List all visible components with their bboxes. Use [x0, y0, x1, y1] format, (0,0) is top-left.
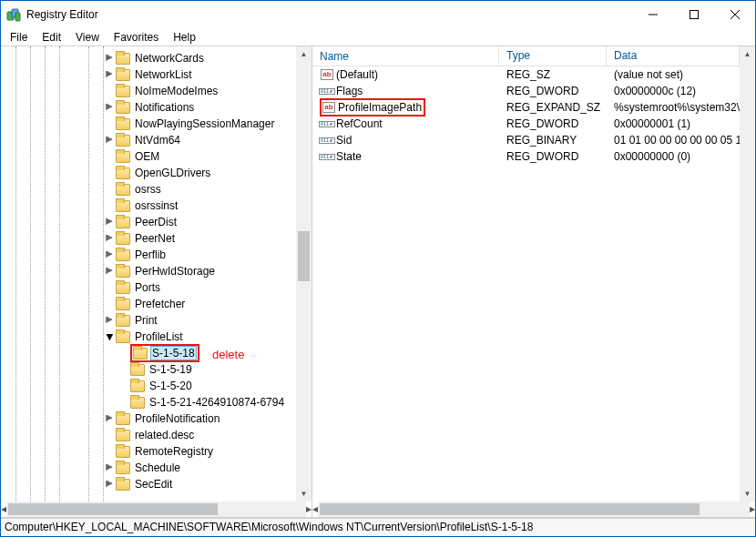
folder-icon: [116, 232, 130, 245]
tree-item[interactable]: ⯈Print: [1, 312, 296, 329]
tree-item[interactable]: S-1-5-19: [1, 361, 296, 378]
value-row[interactable]: FlagsREG_DWORD0x0000000c (12): [312, 83, 740, 99]
chevron-right-icon[interactable]: ⯈: [103, 463, 116, 472]
chevron-right-icon[interactable]: ⯈: [103, 136, 116, 145]
tree-item[interactable]: ⯈Notifications: [1, 99, 296, 116]
folder-icon: [116, 183, 130, 196]
chevron-right-icon[interactable]: ⯈: [103, 234, 116, 243]
list-scrollbar-horizontal[interactable]: ◀ ▶: [312, 502, 755, 517]
tree-item[interactable]: NowPlayingSessionManager: [1, 116, 296, 132]
scroll-down-icon[interactable]: ▼: [740, 486, 755, 502]
chevron-right-icon[interactable]: ⯈: [103, 250, 116, 259]
tree-item[interactable]: ⯈SecEdit: [1, 476, 296, 492]
titlebar[interactable]: Registry Editor: [1, 1, 755, 28]
value-type: REG_SZ: [499, 68, 607, 81]
chevron-right-icon[interactable]: ⯈: [103, 267, 116, 276]
folder-icon: [116, 167, 130, 179]
chevron-right-icon[interactable]: ⯈: [103, 218, 116, 227]
value-row[interactable]: SidREG_BINARY01 01 00 00 00 00 00 05 12 …: [312, 132, 740, 148]
tree-item[interactable]: ⯈NtVdm64: [1, 132, 296, 148]
folder-icon: [116, 134, 130, 147]
menu-edit[interactable]: Edit: [36, 29, 66, 46]
chevron-right-icon[interactable]: ⯈: [103, 480, 116, 489]
value-name: Flags: [336, 85, 363, 97]
tree-item[interactable]: ⯈Schedule: [1, 460, 296, 476]
tree-item[interactable]: NoImeModeImes: [1, 83, 296, 99]
registry-editor-window: Registry Editor File Edit View Favorites…: [0, 0, 756, 537]
chevron-right-icon[interactable]: ⯈: [103, 70, 116, 79]
registry-tree[interactable]: delete ⯈NetworkCards⯈NetworkListNoImeMod…: [1, 46, 296, 502]
folder-icon: [116, 412, 130, 425]
tree-item[interactable]: S-1-5-20: [1, 378, 296, 394]
content-area: delete ⯈NetworkCards⯈NetworkListNoImeMod…: [1, 46, 755, 518]
tree-item[interactable]: RemoteRegistry: [1, 443, 296, 460]
tree-item[interactable]: ⯈ProfileNotification: [1, 410, 296, 427]
folder-icon: [116, 85, 130, 97]
close-button[interactable]: [714, 1, 755, 28]
menu-file[interactable]: File: [5, 29, 33, 46]
scroll-up-icon[interactable]: ▲: [740, 46, 755, 62]
tree-item[interactable]: OEM: [1, 148, 296, 165]
tree-item-label: Schedule: [133, 461, 182, 474]
scroll-right-icon[interactable]: ▶: [306, 502, 312, 517]
tree-item-label: OpenGLDrivers: [133, 167, 212, 179]
chevron-right-icon[interactable]: ⯈: [103, 316, 116, 325]
chevron-down-icon[interactable]: ⯆: [103, 332, 116, 341]
list-scrollbar-vertical[interactable]: ▲ ▼: [740, 46, 755, 502]
scroll-right-icon[interactable]: ▶: [750, 502, 755, 517]
tree-item-label: osrssinst: [133, 199, 179, 212]
tree-item[interactable]: osrss: [1, 181, 296, 198]
tree-item-label: related.desc: [133, 429, 196, 441]
value-row[interactable]: (Default)REG_SZ(value not set): [312, 66, 740, 83]
maximize-button[interactable]: [673, 1, 714, 28]
tree-item[interactable]: related.desc: [1, 427, 296, 443]
tree-item[interactable]: Ports: [1, 279, 296, 296]
scroll-down-icon[interactable]: ▼: [296, 486, 312, 502]
chevron-right-icon[interactable]: ⯈: [103, 414, 116, 423]
folder-icon: [116, 248, 130, 261]
tree-item[interactable]: OpenGLDrivers: [1, 165, 296, 181]
tree-item-label: S-1-5-20: [148, 380, 194, 392]
value-row[interactable]: RefCountREG_DWORD0x00000001 (1): [312, 116, 740, 132]
value-data: (value not set): [607, 68, 740, 81]
binary-value-icon: [320, 149, 334, 164]
tree-item[interactable]: osrssinst: [1, 198, 296, 214]
scroll-up-icon[interactable]: ▲: [296, 46, 312, 62]
tree-scrollbar-vertical[interactable]: ▲ ▼: [296, 46, 312, 502]
tree-item-label: NowPlayingSessionManager: [133, 117, 276, 130]
tree-item[interactable]: ⯈NetworkList: [1, 66, 296, 83]
values-list[interactable]: (Default)REG_SZ(value not set)FlagsREG_D…: [312, 66, 740, 502]
tree-item[interactable]: ⯆ProfileList: [1, 329, 296, 345]
tree-item[interactable]: ⯈NetworkCards: [1, 50, 296, 66]
tree-item[interactable]: Prefetcher: [1, 296, 296, 312]
folder-icon: [116, 216, 130, 228]
tree-item-label: osrss: [133, 183, 163, 196]
chevron-right-icon[interactable]: ⯈: [103, 54, 116, 63]
tree-item[interactable]: ⯈Perflib: [1, 247, 296, 263]
menu-help[interactable]: Help: [168, 29, 201, 46]
minimize-button[interactable]: [632, 1, 673, 28]
menu-favorites[interactable]: Favorites: [108, 29, 164, 46]
list-header[interactable]: Name Type Data: [312, 46, 740, 66]
tree-scrollbar-horizontal[interactable]: ◀ ▶: [1, 502, 312, 517]
tree-item-label: ProfileNotification: [133, 412, 221, 425]
folder-icon: [116, 445, 130, 458]
tree-item[interactable]: ⯈PerHwIdStorage: [1, 263, 296, 279]
binary-value-icon: [320, 133, 334, 147]
value-row[interactable]: StateREG_DWORD0x00000000 (0): [312, 148, 740, 165]
tree-item[interactable]: ⯈PeerDist: [1, 214, 296, 230]
tree-item-label: Prefetcher: [133, 298, 187, 310]
col-name[interactable]: Name: [312, 46, 499, 66]
col-type[interactable]: Type: [499, 46, 607, 66]
values-pane: Name Type Data (Default)REG_SZ(value not…: [312, 46, 755, 517]
value-row[interactable]: ProfileImagePathREG_EXPAND_SZ%systemroot…: [312, 99, 740, 116]
chevron-right-icon[interactable]: ⯈: [103, 103, 116, 112]
menu-view[interactable]: View: [70, 29, 105, 46]
folder-icon: [116, 478, 130, 491]
value-name: (Default): [336, 68, 378, 81]
tree-item[interactable]: S-1-5-18: [1, 345, 296, 361]
tree-item[interactable]: S-1-5-21-4264910874-6794: [1, 394, 296, 410]
tree-item[interactable]: ⯈PeerNet: [1, 230, 296, 247]
col-data[interactable]: Data: [607, 46, 740, 66]
svg-rect-2: [15, 13, 20, 21]
